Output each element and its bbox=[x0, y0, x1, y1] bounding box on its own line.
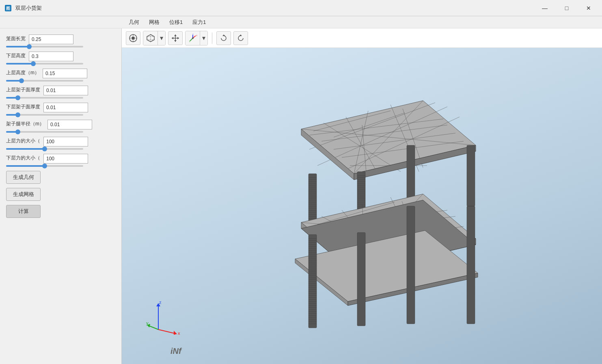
move-button[interactable] bbox=[168, 31, 183, 45]
label-upper-thickness: 上层架子面厚度 bbox=[6, 86, 40, 93]
shelf-3d-container: .shelf-face { fill: #b0b0b0; stroke: #44… bbox=[122, 48, 602, 364]
param-lower-thickness: 下层架子面厚度 bbox=[6, 103, 115, 116]
slider-lower-force[interactable] bbox=[6, 165, 83, 167]
label-lower-force: 下层力的大小（ bbox=[6, 155, 40, 162]
window-title: 双层小货架 bbox=[15, 4, 535, 12]
slider-upper-thickness[interactable] bbox=[6, 97, 83, 99]
window-controls: — □ ✕ bbox=[535, 2, 598, 14]
input-lower-height[interactable] bbox=[29, 52, 73, 61]
svg-marker-17 bbox=[177, 37, 179, 39]
info-overlay: iNf bbox=[170, 347, 181, 356]
slider-shelf-width[interactable] bbox=[6, 46, 83, 47]
info-text: iNf bbox=[170, 347, 181, 355]
scene-3d[interactable]: .shelf-face { fill: #b0b0b0; stroke: #44… bbox=[122, 48, 602, 364]
svg-rect-173 bbox=[407, 206, 415, 324]
camera-button[interactable] bbox=[126, 31, 140, 45]
label-upper-height: 上层高度（m） bbox=[6, 69, 39, 76]
input-lower-force[interactable] bbox=[43, 154, 88, 164]
param-shelf-width: 笼面长宽 bbox=[6, 34, 115, 47]
input-lower-thickness[interactable] bbox=[43, 103, 88, 112]
main-area: 笼面长宽 下层高度 上层高度（m） bbox=[0, 28, 602, 364]
svg-rect-174 bbox=[467, 206, 475, 324]
slider-leg-radius[interactable] bbox=[6, 131, 83, 133]
title-bar: 图 双层小货架 — □ ✕ bbox=[0, 0, 602, 16]
menu-stress[interactable]: 应力1 bbox=[188, 17, 211, 28]
label-upper-force: 上层力的大小（ bbox=[6, 138, 40, 144]
menu-bar: 几何 网格 位移1 应力1 bbox=[0, 16, 602, 28]
param-upper-height: 上层高度（m） bbox=[6, 69, 115, 82]
minimize-button[interactable]: — bbox=[535, 2, 554, 14]
input-shelf-width[interactable] bbox=[29, 34, 73, 44]
label-shelf-width: 笼面长宽 bbox=[6, 35, 26, 42]
svg-text:y: y bbox=[189, 40, 190, 42]
calculate-button[interactable]: 计算 bbox=[6, 205, 41, 218]
menu-geometry[interactable]: 几何 bbox=[124, 17, 144, 28]
slider-upper-force[interactable] bbox=[6, 148, 83, 150]
generate-mesh-button[interactable]: 生成网格 bbox=[6, 188, 41, 201]
param-leg-radius: 架子腿半径（m） bbox=[6, 120, 115, 133]
param-lower-height: 下层高度 bbox=[6, 52, 115, 65]
param-upper-force: 上层力的大小（ bbox=[6, 137, 115, 150]
left-panel: 笼面长宽 下层高度 上层高度（m） bbox=[0, 28, 122, 364]
svg-text:x: x bbox=[178, 331, 180, 336]
rotate-ccw-button[interactable] bbox=[233, 31, 248, 45]
param-lower-force: 下层力的大小（ bbox=[6, 154, 115, 167]
svg-point-21 bbox=[192, 37, 194, 39]
slider-upper-height[interactable] bbox=[6, 80, 83, 82]
param-upper-thickness: 上层架子面厚度 bbox=[6, 86, 115, 99]
input-leg-radius[interactable] bbox=[47, 120, 92, 129]
toolbar-separator bbox=[212, 32, 212, 44]
viewport: ▾ bbox=[122, 28, 602, 364]
svg-text:z: z bbox=[159, 300, 162, 305]
close-button[interactable]: ✕ bbox=[579, 2, 598, 14]
axis-dropdown-button[interactable]: ▾ bbox=[200, 31, 207, 45]
svg-rect-106 bbox=[467, 145, 475, 206]
svg-rect-172 bbox=[357, 233, 365, 326]
svg-line-178 bbox=[158, 330, 175, 334]
label-lower-thickness: 下层架子面厚度 bbox=[6, 103, 40, 110]
rotate-cw-button[interactable] bbox=[216, 31, 231, 45]
generate-geometry-button[interactable]: 生成几何 bbox=[6, 171, 41, 184]
input-upper-height[interactable] bbox=[43, 69, 87, 78]
maximize-button[interactable]: □ bbox=[557, 2, 576, 14]
cube-view-button[interactable] bbox=[143, 31, 158, 45]
app-icon: 图 bbox=[4, 4, 12, 12]
svg-text:x: x bbox=[196, 34, 197, 37]
input-upper-thickness[interactable] bbox=[43, 86, 88, 95]
svg-text:y: y bbox=[146, 321, 149, 325]
coordinate-axes: z x y bbox=[146, 299, 179, 332]
svg-marker-179 bbox=[174, 331, 177, 335]
svg-marker-15 bbox=[174, 40, 177, 42]
label-leg-radius: 架子腿半径（m） bbox=[6, 121, 44, 127]
svg-marker-14 bbox=[174, 34, 177, 36]
input-upper-force[interactable] bbox=[43, 137, 88, 146]
svg-text:图: 图 bbox=[6, 6, 10, 11]
slider-lower-height[interactable] bbox=[6, 63, 83, 65]
cube-dropdown-button[interactable]: ▾ bbox=[158, 31, 165, 45]
viewport-toolbar: ▾ bbox=[122, 28, 602, 48]
menu-mesh[interactable]: 网格 bbox=[144, 17, 164, 28]
slider-lower-thickness[interactable] bbox=[6, 114, 83, 116]
cube-button-group: ▾ bbox=[143, 31, 166, 45]
axis-view-button[interactable]: x y z bbox=[186, 31, 200, 45]
svg-point-3 bbox=[132, 37, 135, 40]
svg-text:z: z bbox=[192, 34, 194, 35]
axis-button-group: x y z ▾ bbox=[185, 31, 208, 45]
svg-marker-16 bbox=[172, 37, 173, 39]
menu-displacement[interactable]: 位移1 bbox=[164, 17, 188, 28]
label-lower-height: 下层高度 bbox=[6, 52, 26, 59]
